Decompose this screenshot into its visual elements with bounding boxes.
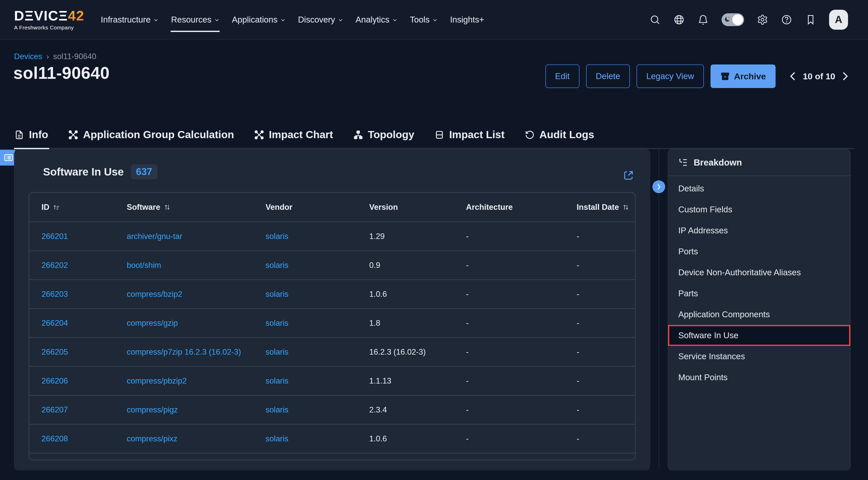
list-icon — [434, 130, 444, 140]
menu-discovery[interactable]: Discovery — [298, 0, 343, 39]
theme-toggle[interactable] — [721, 13, 744, 26]
column-label: Architecture — [466, 203, 513, 212]
menu-insights[interactable]: Insights+ — [450, 0, 484, 39]
bookmark-icon[interactable] — [805, 14, 816, 25]
table-row: 266203 compress/bzip2 solaris 1.0.6 - - — [29, 280, 635, 309]
device42-logo[interactable]: DΞVICΞ42 A Freshworks Company — [14, 9, 85, 31]
breakdown-item-label: Application Components — [678, 310, 770, 319]
software-id-link[interactable]: 266205 — [41, 347, 68, 356]
column-software[interactable]: Software — [127, 193, 266, 222]
breakdown-item[interactable]: Application Components — [668, 304, 850, 325]
logo-wordmark: DΞVICΞ42 — [14, 9, 85, 23]
previous-device-icon[interactable] — [790, 72, 796, 81]
pagination-label: 10 of 10 — [803, 71, 835, 81]
tab-impact-chart[interactable]: Impact Chart — [254, 129, 334, 148]
architecture-value: - — [466, 395, 577, 424]
software-link[interactable]: compress/pigz — [127, 405, 178, 414]
menu-tools[interactable]: Tools — [410, 0, 437, 39]
sort-ascending-icon[interactable] — [53, 204, 60, 211]
chevron-down-icon — [215, 19, 219, 22]
breakdown-item[interactable]: Parts — [668, 283, 850, 304]
search-icon[interactable] — [649, 14, 660, 25]
menu-applications[interactable]: Applications — [232, 0, 285, 39]
tab-info[interactable]: Info — [14, 129, 49, 148]
column-vendor[interactable]: Vendor — [266, 193, 369, 222]
vendor-link[interactable]: solaris — [266, 232, 288, 241]
software-id-link[interactable]: 266207 — [41, 405, 68, 414]
column-architecture[interactable]: Architecture — [466, 193, 577, 222]
tab-label: Application Group Calculation — [83, 129, 234, 141]
breakdown-item[interactable]: IP Addresses — [668, 220, 850, 241]
vendor-link[interactable]: solaris — [266, 434, 288, 443]
software-id-link[interactable]: 266203 — [41, 289, 68, 299]
menu-label: Discovery — [298, 15, 335, 25]
count-badge: 637 — [131, 164, 157, 179]
breadcrumb-devices-link[interactable]: Devices — [14, 52, 42, 61]
breakdown-item[interactable]: Details — [668, 178, 850, 199]
architecture-value: - — [466, 222, 577, 251]
list-view-icon — [3, 152, 13, 163]
tab-impact-list[interactable]: Impact List — [434, 129, 505, 148]
breakdown-item[interactable]: Service Instances — [668, 346, 850, 367]
breakdown-item-label: Ports — [678, 247, 698, 256]
nodes-icon — [68, 130, 79, 140]
settings-gear-icon[interactable] — [757, 14, 768, 25]
software-link[interactable]: boot/shim — [127, 261, 161, 270]
version-value: 1.29 — [369, 222, 466, 251]
software-id-link[interactable]: 266206 — [41, 376, 68, 385]
tab-label: Impact Chart — [269, 129, 333, 141]
software-link[interactable]: archiver/gnu-tar — [127, 232, 182, 241]
archive-button[interactable]: Archive — [711, 65, 776, 88]
tab-topology[interactable]: Topology — [353, 129, 415, 148]
software-id-link[interactable]: 266204 — [41, 318, 68, 328]
software-link[interactable]: compress/bzip2 — [127, 289, 182, 299]
breakdown-item-label: Mount Points — [678, 373, 728, 382]
toggle-knob — [732, 14, 743, 25]
breakdown-item[interactable]: Software In Use — [668, 325, 850, 346]
collapse-sidebar-button[interactable] — [652, 180, 665, 193]
avatar[interactable]: A — [829, 10, 848, 30]
vendor-link[interactable]: solaris — [266, 405, 288, 414]
software-link[interactable]: compress/gzip — [127, 318, 178, 328]
notifications-bell-icon[interactable] — [698, 14, 709, 25]
software-link[interactable]: compress/pbzip2 — [127, 376, 187, 385]
vendor-link[interactable]: solaris — [266, 376, 288, 385]
software-link[interactable]: compress/pixz — [127, 434, 178, 443]
menu-resources[interactable]: Resources — [171, 0, 219, 39]
external-link-icon[interactable] — [623, 169, 634, 181]
sort-updown-icon[interactable] — [622, 204, 629, 211]
software-link[interactable]: compress/p7zip 16.2.3 (16.02-3) — [127, 347, 241, 356]
help-icon[interactable] — [781, 14, 792, 25]
sort-updown-icon[interactable] — [164, 204, 170, 211]
tab-application-group-calculation[interactable]: Application Group Calculation — [68, 129, 235, 148]
breakdown-item-label: Service Instances — [678, 351, 745, 361]
table-header-row: ID Software Vendor Version Architecture … — [29, 193, 635, 222]
software-id-link[interactable]: 266201 — [41, 232, 68, 241]
software-id-link[interactable]: 266208 — [41, 434, 68, 443]
vendor-link[interactable]: solaris — [266, 289, 288, 299]
vendor-link[interactable]: solaris — [266, 261, 288, 270]
breakdown-item[interactable]: Custom Fields — [668, 199, 850, 220]
next-device-icon[interactable] — [842, 72, 848, 81]
edit-button[interactable]: Edit — [546, 65, 580, 88]
breakdown-item[interactable]: Device Non-Authoritative Aliases — [668, 262, 850, 283]
column-install-date[interactable]: Install Date — [577, 193, 635, 222]
logo-subtitle: A Freshworks Company — [14, 25, 85, 31]
breakdown-item[interactable]: Mount Points — [668, 367, 850, 388]
page-title: sol11-90640 — [13, 63, 110, 83]
delete-button[interactable]: Delete — [586, 65, 630, 88]
menu-analytics[interactable]: Analytics — [355, 0, 397, 39]
vendor-link[interactable]: solaris — [266, 347, 288, 356]
column-label: ID — [41, 203, 50, 212]
legacy-view-button[interactable]: Legacy View — [637, 65, 704, 88]
globe-icon[interactable] — [673, 14, 685, 25]
breakdown-item[interactable]: Ports — [668, 241, 850, 262]
software-id-link[interactable]: 266202 — [41, 261, 68, 270]
column-id[interactable]: ID — [29, 193, 127, 222]
menu-infrastructure[interactable]: Infrastructure — [101, 0, 158, 39]
column-version[interactable]: Version — [369, 193, 466, 222]
vendor-link[interactable]: solaris — [266, 318, 288, 328]
tab-audit-logs[interactable]: Audit Logs — [525, 129, 595, 148]
archive-label: Archive — [734, 71, 766, 81]
chevron-right-icon — [656, 184, 662, 190]
